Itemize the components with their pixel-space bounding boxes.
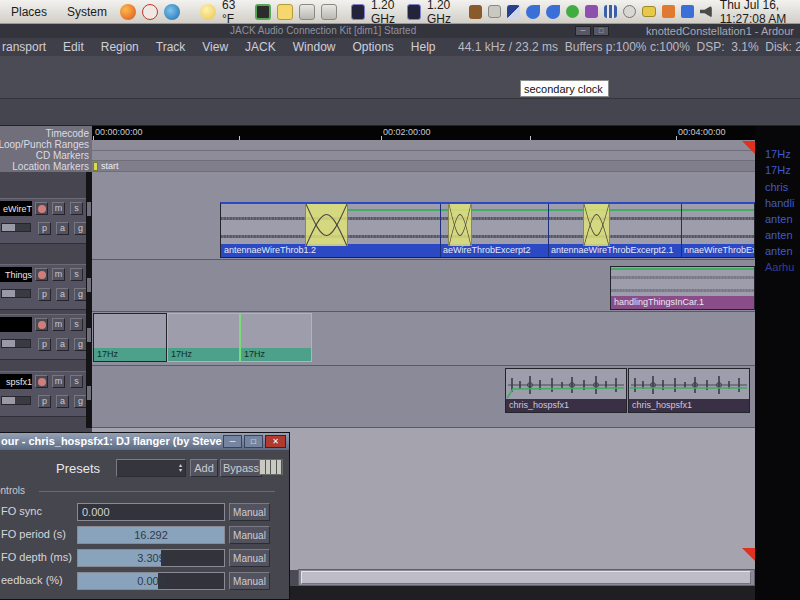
tray-icon-play[interactable] [566, 5, 579, 18]
menu-places[interactable]: Places [4, 3, 54, 21]
ruler-label-cd-markers[interactable]: CD Markers [36, 150, 89, 161]
region-list-item[interactable]: Aarhu [765, 261, 794, 273]
session-end-marker-icon[interactable] [742, 141, 755, 154]
region-list-item[interactable]: handli [765, 197, 794, 209]
param-mode-button[interactable]: Manual [229, 572, 270, 590]
solo-button[interactable]: s [70, 268, 83, 281]
start-marker-flag-icon[interactable] [93, 162, 98, 171]
ruler-label-location-markers[interactable]: Location Markers [12, 161, 89, 172]
mute-button[interactable]: m [52, 318, 65, 331]
monitor-applet-icon[interactable] [255, 4, 271, 20]
presets-combo[interactable]: ▴▾ [116, 459, 186, 477]
track-name-field[interactable]: eWireT [0, 201, 32, 216]
menu-transport[interactable]: ransport [2, 40, 46, 54]
scrollbar-thumb[interactable] [301, 571, 751, 584]
automation-button[interactable]: a [56, 395, 69, 408]
menu-view[interactable]: View [202, 40, 228, 54]
location-markers-ruler[interactable]: start [92, 161, 755, 172]
param-slider[interactable]: 0.000 [77, 572, 225, 590]
crossfade[interactable] [305, 204, 348, 246]
audio-region[interactable]: 17Hz [240, 313, 312, 362]
book-icon-2[interactable] [321, 4, 337, 20]
plugin-gui-icon[interactable] [259, 459, 283, 475]
end-marker-icon[interactable] [742, 548, 755, 561]
automation-button[interactable]: a [56, 338, 69, 351]
plugin-maximize-button[interactable]: □ [244, 435, 263, 448]
param-slider[interactable]: 3.309 [77, 549, 225, 567]
playlist-button[interactable]: p [38, 395, 51, 408]
param-slider[interactable]: 16.292 [77, 526, 225, 544]
notes-icon[interactable] [277, 4, 293, 20]
region-list-item[interactable]: anten [765, 229, 793, 241]
automation-button[interactable]: a [56, 288, 69, 301]
solo-button[interactable]: s [70, 318, 83, 331]
region-list-item[interactable]: chris [765, 181, 788, 193]
track-scroomer[interactable] [86, 172, 92, 260]
ruler-label-loop-punch[interactable]: Loop/Punch Ranges [0, 139, 89, 150]
track-scroomer[interactable] [86, 260, 92, 312]
region-list-item[interactable]: anten [765, 213, 793, 225]
menu-region[interactable]: Region [101, 40, 139, 54]
weather-icon[interactable] [200, 4, 216, 20]
track-name-field[interactable]: spsfx1 [0, 374, 32, 389]
region-list-item[interactable]: 17Hz [765, 164, 791, 176]
track-name-field[interactable]: Things [0, 267, 32, 282]
preset-add-button[interactable]: Add [190, 459, 218, 477]
timecode-ruler[interactable]: 00:00:00:00 00:02:00:00 00:04:00:00 [92, 126, 755, 140]
thunderbird-icon[interactable] [164, 4, 180, 20]
gain-fader[interactable] [1, 289, 31, 298]
cpu-applet-1-icon[interactable] [351, 4, 365, 20]
tray-icon-window[interactable] [488, 5, 501, 18]
region-list-item[interactable]: 17Hz [765, 148, 791, 160]
record-enable-button[interactable] [35, 268, 48, 281]
param-slider[interactable]: 0.000 [77, 503, 225, 521]
menu-edit[interactable]: Edit [63, 40, 84, 54]
track-header-2[interactable]: Things m s p a g [0, 264, 86, 310]
ruler-canvas[interactable]: 00:00:00:00 00:02:00:00 00:04:00:00 star… [92, 126, 755, 172]
plugin-close-button[interactable]: ✕ [265, 435, 286, 448]
loop-punch-ruler[interactable] [92, 140, 755, 151]
horizontal-scrollbar[interactable] [298, 569, 755, 586]
solo-button[interactable]: s [70, 375, 83, 388]
playlist-button[interactable]: p [38, 288, 51, 301]
track-scroomer[interactable] [86, 312, 92, 366]
bypass-button[interactable]: Bypass [220, 459, 262, 477]
tray-icon-flower[interactable] [585, 5, 598, 18]
tray-icon-skype-1[interactable] [526, 5, 540, 19]
tray-icon-user[interactable] [469, 5, 482, 19]
jack-minimize-button[interactable]: ─ [575, 26, 591, 36]
record-enable-button[interactable] [35, 202, 48, 215]
param-mode-button[interactable]: Manual [229, 503, 270, 521]
cd-markers-ruler[interactable] [92, 151, 755, 161]
app-icon-red[interactable] [142, 4, 158, 20]
audio-region[interactable]: chris_hospsfx1 [628, 368, 750, 413]
record-enable-button[interactable] [35, 375, 48, 388]
mute-button[interactable]: m [52, 202, 65, 215]
audio-region[interactable]: 17Hz [93, 313, 167, 362]
mute-button[interactable]: m [52, 375, 65, 388]
record-enable-button[interactable] [35, 318, 48, 331]
panel-clock[interactable]: Thu Jul 16, 11:27:08 AM [720, 0, 796, 26]
crossfade[interactable] [583, 204, 610, 246]
menu-system[interactable]: System [60, 3, 114, 21]
audio-region[interactable]: 17Hz [167, 313, 240, 362]
tray-icon-clock[interactable] [623, 5, 636, 18]
tray-icon-blue[interactable] [681, 5, 694, 18]
menu-options[interactable]: Options [352, 40, 393, 54]
playlist-button[interactable]: p [38, 222, 51, 235]
menu-jack[interactable]: JACK [245, 40, 276, 54]
menu-help[interactable]: Help [411, 40, 436, 54]
track-header-3[interactable]: m s p a g [0, 314, 86, 360]
playlist-button[interactable]: p [38, 338, 51, 351]
audio-region[interactable]: handlingThingsInCar.1 [610, 266, 755, 310]
tray-icon-skype-2[interactable] [546, 5, 560, 19]
book-icon-1[interactable] [299, 4, 315, 20]
gain-fader[interactable] [1, 396, 31, 405]
track-header-4[interactable]: spsfx1 m s p a g [0, 371, 86, 417]
automation-button[interactable]: a [56, 222, 69, 235]
param-mode-button[interactable]: Manual [229, 526, 270, 544]
volume-icon[interactable] [700, 6, 712, 18]
tray-icon-orange[interactable] [662, 5, 675, 18]
tray-icon-shield[interactable] [507, 5, 520, 19]
tray-icon-mail[interactable] [642, 6, 656, 17]
